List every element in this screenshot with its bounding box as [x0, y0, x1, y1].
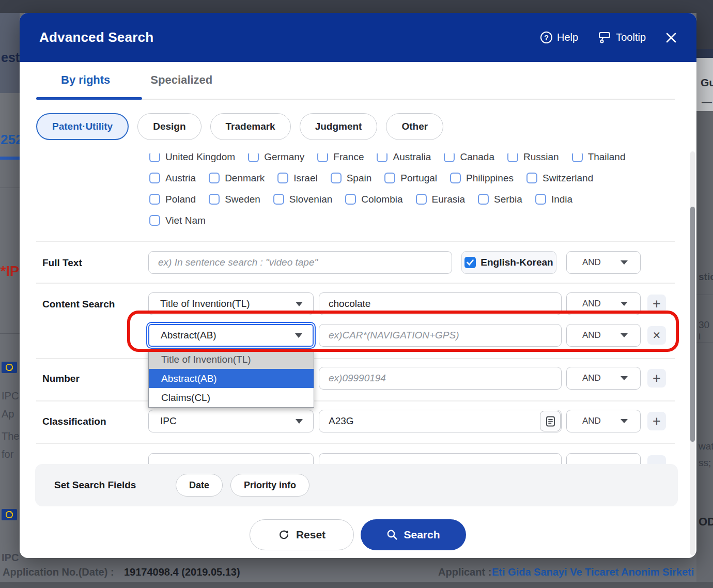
background-top-strip	[0, 0, 713, 13]
checkbox-icon	[149, 173, 160, 183]
country-checkbox-philippines[interactable]: Philippines	[450, 173, 514, 184]
divider	[36, 241, 675, 242]
option-title-of-invention[interactable]: Title of Invention(TL)	[149, 350, 314, 369]
content-search-input-2[interactable]	[319, 324, 562, 347]
operator-value: AND	[582, 373, 601, 383]
checkbox-icon	[478, 194, 489, 205]
country-label: Eurasia	[432, 194, 465, 205]
classification-operator-select[interactable]: AND	[566, 410, 641, 432]
priority-info-pill[interactable]: Priority info	[230, 474, 309, 497]
pill-judgment[interactable]: Judgment	[300, 113, 378, 140]
country-checkbox-austria[interactable]: Austria	[149, 173, 196, 184]
tab-specialized[interactable]: Specialized	[150, 73, 212, 87]
country-checkbox-india[interactable]: India	[535, 194, 572, 205]
country-label: Poland	[165, 194, 196, 205]
country-label: Spain	[347, 173, 372, 184]
checkbox-icon	[384, 173, 395, 183]
search-label: Search	[404, 529, 440, 541]
divider	[696, 342, 713, 343]
background-ipc-red-fragment: *IP	[1, 264, 19, 280]
add-row-button[interactable]: +	[647, 412, 666, 430]
applicant-label: Applicant :	[438, 566, 491, 578]
country-checkbox-spain[interactable]: Spain	[331, 173, 372, 184]
checkbox-icon	[209, 194, 220, 205]
country-label: Switzerland	[542, 173, 593, 184]
remove-row-button[interactable]: ✕	[647, 326, 666, 345]
country-label: Russian	[523, 153, 559, 163]
classification-lookup-button[interactable]	[540, 411, 561, 431]
option-abstract[interactable]: Abstract(AB)	[149, 369, 314, 388]
modal-header-actions: ? Help Tooltip	[540, 31, 677, 44]
chevron-down-icon	[296, 302, 303, 306]
background-right-band	[696, 0, 713, 49]
country-checkbox-thailand[interactable]: Thailand	[572, 153, 626, 163]
pill-design[interactable]: Design	[137, 113, 201, 140]
checkbox-icon	[149, 215, 160, 226]
background-left-band: *IP IPC Ap The for IPC	[0, 160, 20, 558]
country-checkbox-france[interactable]: France	[317, 153, 364, 163]
content-search-field-select-1[interactable]: Title of Invention(TL)	[148, 292, 314, 315]
pill-patent-utility[interactable]: Patent·Utility	[36, 113, 129, 140]
tooltip-label: Tooltip	[616, 32, 646, 43]
english-korean-toggle[interactable]: English-Korean	[461, 251, 556, 274]
country-checkbox-eurasia[interactable]: Eurasia	[416, 194, 465, 205]
country-checkbox-australia[interactable]: Australia	[377, 153, 431, 163]
country-checkbox-switzerland[interactable]: Switzerland	[526, 173, 593, 184]
checkbox-icon	[273, 194, 284, 205]
country-checkbox-viet-nam[interactable]: Viet Nam	[149, 215, 206, 226]
full-text-input[interactable]	[148, 251, 452, 274]
content-search-field-select-2[interactable]: Abstract(AB)	[148, 324, 314, 347]
help-button[interactable]: ? Help	[540, 32, 578, 43]
country-checkbox-slovenian[interactable]: Slovenian	[273, 194, 332, 205]
help-icon: ?	[540, 32, 552, 43]
pill-trademark[interactable]: Trademark	[210, 113, 291, 140]
search-icon	[386, 529, 398, 540]
add-row-button[interactable]: +	[647, 369, 666, 388]
country-row: Austria Denmark Israel Spain Portugal Ph…	[149, 172, 676, 184]
classification-input[interactable]	[319, 410, 562, 432]
country-checkbox-portugal[interactable]: Portugal	[384, 173, 437, 184]
country-checkbox-poland[interactable]: Poland	[149, 194, 196, 205]
eu-flag-icon	[2, 362, 17, 373]
country-checkbox-israel[interactable]: Israel	[277, 173, 317, 184]
tooltip-button[interactable]: Tooltip	[598, 31, 646, 44]
content-search-input-1[interactable]	[319, 292, 562, 315]
scrollbar-thumb[interactable]	[690, 207, 695, 442]
checkbox-icon	[526, 173, 537, 183]
field-value: Abstract(AB)	[161, 330, 216, 341]
number-input[interactable]	[319, 367, 562, 390]
country-checkbox-germany[interactable]: Germany	[248, 153, 304, 163]
country-checkbox-united-kingdom[interactable]: United Kingdom	[149, 153, 235, 163]
country-checkbox-denmark[interactable]: Denmark	[209, 173, 265, 184]
country-checkbox-russian[interactable]: Russian	[507, 153, 559, 163]
divider	[0, 333, 20, 334]
country-label: Germany	[264, 153, 304, 163]
field-value: IPC	[160, 415, 177, 427]
country-checkbox-sweden[interactable]: Sweden	[209, 194, 260, 205]
content-search-operator-select-1[interactable]: AND	[566, 292, 641, 315]
number-operator-select[interactable]: AND	[566, 367, 641, 390]
search-button[interactable]: Search	[361, 519, 466, 550]
applicant-value: Eti Gida Sanayi Ve Ticaret Anonim Sirket…	[492, 566, 694, 578]
close-button[interactable]	[665, 32, 677, 43]
background-left-band: esti	[0, 13, 20, 93]
tab-by-rights[interactable]: By rights	[61, 73, 110, 87]
add-row-button[interactable]: +	[647, 295, 666, 313]
country-checkbox-serbia[interactable]: Serbia	[478, 194, 522, 205]
reset-button[interactable]: Reset	[250, 519, 354, 550]
english-korean-label: English-Korean	[481, 257, 553, 268]
option-claims[interactable]: Claims(CL)	[149, 388, 314, 407]
operator-value: AND	[582, 299, 601, 309]
pill-other[interactable]: Other	[386, 113, 443, 140]
date-pill[interactable]: Date	[176, 474, 223, 497]
checkbox-icon	[572, 153, 583, 162]
country-checkbox-canada[interactable]: Canada	[444, 153, 494, 163]
classification-field-select[interactable]: IPC	[148, 410, 314, 432]
divider	[0, 188, 20, 188]
country-label: Australia	[393, 153, 431, 163]
country-checkbox-colombia[interactable]: Colombia	[345, 194, 402, 205]
full-text-operator-select[interactable]: AND	[566, 251, 641, 274]
background-fragment-text: IPC	[2, 552, 19, 564]
country-label: Thailand	[588, 153, 626, 163]
content-search-operator-select-2[interactable]: AND	[566, 324, 641, 347]
